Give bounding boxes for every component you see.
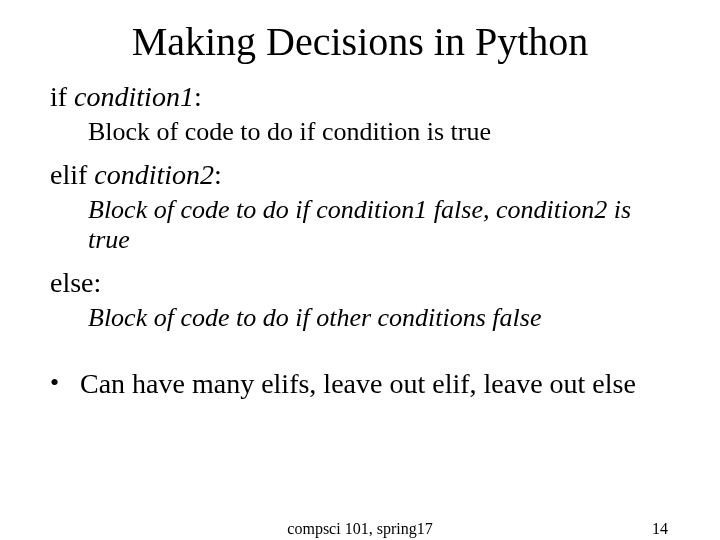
footer-page-number: 14 [652,520,668,538]
else-line: else: [50,267,670,299]
if-body: Block of code to do if condition is true [88,117,670,147]
slide: Making Decisions in Python if condition1… [0,0,720,540]
if-condition: condition1 [74,81,194,112]
elif-body: Block of code to do if condition1 false,… [88,195,670,255]
else-body: Block of code to do if other conditions … [88,303,670,333]
elif-colon: : [214,159,222,190]
slide-title: Making Decisions in Python [50,18,670,65]
footer-course: compsci 101, spring17 [0,520,720,538]
bullet-text: Can have many elifs, leave out elif, lea… [80,367,636,401]
elif-line: elif condition2: [50,159,670,191]
if-line: if condition1: [50,81,670,113]
elif-condition: condition2 [94,159,214,190]
if-colon: : [194,81,202,112]
if-keyword: if [50,81,74,112]
elif-keyword: elif [50,159,94,190]
bullet-item: • Can have many elifs, leave out elif, l… [50,367,670,401]
bullet-dot-icon: • [50,367,80,398]
